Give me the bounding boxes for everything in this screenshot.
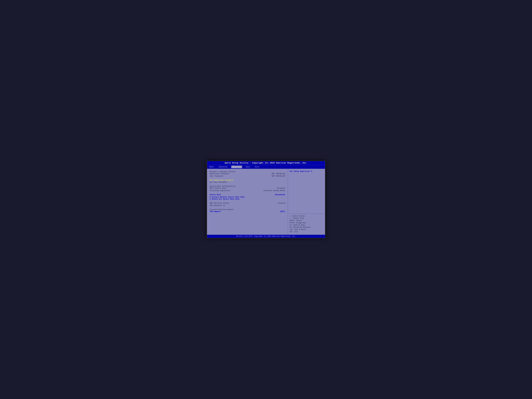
set-user-password-action[interactable]: Set User Password bbox=[210, 181, 285, 183]
user-password-label: User Password bbox=[210, 175, 223, 177]
tpm-support-value: [OFF] bbox=[280, 211, 285, 213]
nav-keys: ↔: Select Screen ↑↓: Select Item Enter: … bbox=[290, 214, 323, 233]
main-panel: Account's Password Status Supervisor Pas… bbox=[207, 169, 288, 235]
gap-1 bbox=[210, 177, 285, 179]
menu-item-security[interactable]: Security bbox=[231, 166, 242, 168]
hdd-security-label: HDD Security Status bbox=[210, 202, 229, 204]
user-password-value: NOT INSTALLED bbox=[272, 175, 285, 177]
supervisor-password-value: NOT INSTALLED bbox=[272, 173, 285, 175]
hdd-security-section: HDD Security Status Cleared SSD Password… bbox=[210, 202, 285, 207]
status-text: Version 2.20.1275. Copyright (C) 2020 Am… bbox=[236, 235, 296, 237]
tpm-support-label[interactable]: TPM Support bbox=[210, 211, 221, 213]
hdd-security-value: Cleared bbox=[278, 202, 285, 204]
tpm-support-row: TPM Support [OFF] bbox=[210, 211, 285, 213]
secure-boot-config-section: Secure Boot Configuration UEFI Secure Bo… bbox=[210, 185, 285, 192]
install-default-keys-action[interactable]: ► Install Default Secure Boot Keys bbox=[210, 196, 285, 198]
tpm-header: Trusted Platform Module bbox=[210, 209, 285, 211]
menu-bar: Main Advanced Security Boot Exit bbox=[207, 165, 325, 169]
title-text: Aptio Setup Utility - Copyright (C) 2020… bbox=[225, 162, 307, 164]
gap-3 bbox=[210, 192, 285, 194]
user-password-row: User Password NOT INSTALLED bbox=[210, 175, 285, 177]
nav-select-screen: ↔: Select Screen bbox=[290, 215, 323, 217]
supervisor-password-label: Supervisor Password bbox=[210, 173, 229, 175]
uefi-secure-boot-label: UEFI Secure Boot bbox=[210, 187, 226, 189]
uefi-secure-boot-row: UEFI Secure Boot Disabled bbox=[210, 187, 285, 189]
uefi-secure-boot-value: Disabled bbox=[277, 187, 285, 189]
side-panel: Set Setup Supervisor P ↔: Select Screen … bbox=[288, 169, 325, 235]
bios-screen: Aptio Setup Utility - Copyright (C) 2020… bbox=[207, 161, 325, 238]
status-bar: Version 2.20.1275. Copyright (C) 2020 Am… bbox=[207, 235, 325, 238]
nav-change-opt: F5/F6: Change Opt. bbox=[290, 222, 323, 224]
tpm-section: Trusted Platform Module TPM Support [OFF… bbox=[210, 209, 285, 213]
title-bar: Aptio Setup Utility - Copyright (C) 2020… bbox=[207, 161, 325, 165]
password-section: Account's Password Status Supervisor Pas… bbox=[210, 171, 285, 177]
password-actions-section: Set Supervisor Password Set User Passwor… bbox=[210, 179, 285, 183]
protected-signatures-label: Protected Signatures bbox=[210, 190, 230, 192]
secure-boot-actions-section: Secure Boot [Disabled] ► Install Default… bbox=[210, 194, 285, 200]
side-help-text: Set Setup Supervisor P bbox=[290, 170, 323, 172]
nav-optimized-defaults: F9: Optimized Defaults bbox=[290, 226, 323, 228]
secure-boot-label[interactable]: Secure Boot bbox=[210, 194, 221, 196]
menu-item-advanced[interactable]: Advanced bbox=[218, 166, 228, 168]
content-area: Account's Password Status Supervisor Pas… bbox=[207, 169, 325, 235]
menu-item-boot[interactable]: Boot bbox=[245, 166, 251, 168]
delete-all-keys-action[interactable]: ► Delete All Secure Boot Keys bbox=[210, 198, 285, 200]
nav-enter-select: Enter: Select bbox=[290, 220, 323, 222]
nav-save-reset: F10: Save & Reset bbox=[290, 229, 323, 230]
supervisor-password-row: Supervisor Password NOT INSTALLED bbox=[210, 173, 285, 175]
protected-signatures-value: Disabled (Setup Mode) bbox=[264, 190, 285, 192]
nav-general-help: F1: General Help bbox=[290, 224, 323, 226]
ssd-password-label: SSD Password is bbox=[210, 204, 285, 207]
hdd-security-row: HDD Security Status Cleared bbox=[210, 202, 285, 204]
secure-boot-value: [Disabled] bbox=[275, 194, 285, 196]
gap-4 bbox=[210, 201, 285, 202]
menu-item-exit[interactable]: Exit bbox=[254, 166, 261, 168]
nav-exit: ESC: Exit bbox=[290, 231, 323, 233]
protected-signatures-row: Protected Signatures Disabled (Setup Mod… bbox=[210, 190, 285, 192]
gap-2 bbox=[210, 184, 285, 185]
menu-item-main[interactable]: Main bbox=[208, 166, 215, 168]
set-supervisor-password-action[interactable]: Set Supervisor Password bbox=[210, 179, 285, 181]
secure-boot-row: Secure Boot [Disabled] bbox=[210, 194, 285, 196]
gap-5 bbox=[210, 207, 285, 209]
secure-boot-config-header: Secure Boot Configuration bbox=[210, 185, 285, 187]
account-password-header: Account's Password Status bbox=[210, 171, 285, 173]
nav-select-item: ↑↓: Select Item bbox=[290, 217, 323, 219]
